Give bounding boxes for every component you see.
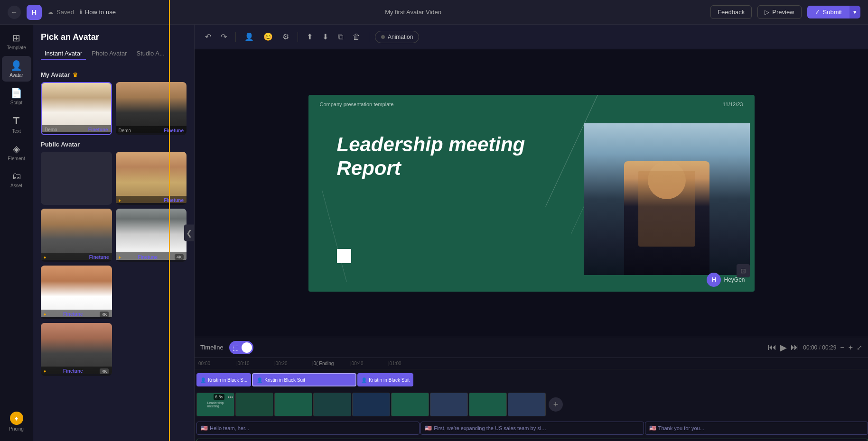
undo-button[interactable]: ↶ <box>202 29 214 44</box>
slide-header-text: Company presentation template <box>320 101 394 107</box>
avatar-segment-3[interactable]: 👤 Kristin in Black Suit <box>357 373 413 386</box>
slide-thumb-2[interactable] <box>235 393 273 416</box>
slide-white-square <box>337 249 351 263</box>
avatar-card-public-5[interactable]: ♦ Finetune 4K <box>41 266 112 319</box>
skip-forward-button[interactable]: ⏭ <box>791 342 799 352</box>
element-icon: ◈ <box>13 143 20 155</box>
slide-thumb-1[interactable]: Leadershipmeeting 6.8s ••• <box>196 393 234 416</box>
delete-button[interactable]: 🗑 <box>350 30 363 44</box>
avatar-badge-public-5: ♦ Finetune 4K <box>41 310 112 319</box>
crown-small-icon-3: ♦ <box>44 255 46 260</box>
heygen-logo: H <box>27 5 42 20</box>
slide-thumb-6[interactable] <box>391 393 429 416</box>
sidebar-item-element[interactable]: ◈ Element <box>2 139 31 165</box>
top-bar-left: ← H ☁ Saved ℹ How to use <box>8 5 116 20</box>
ruler-mark-5: |01:00 <box>388 361 426 366</box>
skip-back-button[interactable]: ⏮ <box>768 342 776 352</box>
avatar-badge-1: Demo Finetune <box>42 125 111 134</box>
avatar-panel-title: Pick an Avatar <box>41 32 187 42</box>
avatar-card-public-2[interactable]: ♦ Finetune <box>116 152 187 205</box>
preview-button[interactable]: ▷ Preview <box>757 5 801 19</box>
how-to-use-button[interactable]: ℹ How to use <box>80 9 116 16</box>
avatar-card-public-6[interactable]: ♦ Finetune 4K <box>41 323 112 376</box>
timeline-label: Timeline <box>200 344 224 351</box>
slide-canvas[interactable]: Company presentation template 11/12/23 L… <box>308 95 755 292</box>
audio-segment-1[interactable]: 🇺🇸 Hello team, her... <box>196 422 420 435</box>
flag-icon-2: 🇺🇸 <box>425 425 432 432</box>
my-avatar-grid: Demo Finetune Demo Finetune <box>41 82 187 135</box>
timeline-toggle[interactable]: ⬚ <box>229 341 253 354</box>
slide-thumb-7[interactable] <box>430 393 468 416</box>
top-bar: ← H ☁ Saved ℹ How to use My first Avatar… <box>0 0 868 25</box>
tab-studio-avatar[interactable]: Studio A... <box>132 48 168 60</box>
timeline-tracks[interactable]: 👤 Kristin in Black S... 👤 Kristin in Bla… <box>195 369 868 441</box>
slide-canvas-wrapper: Company presentation template 11/12/23 L… <box>308 95 755 292</box>
sidebar-item-asset[interactable]: 🗂 Asset <box>2 167 31 192</box>
zoom-in-button[interactable]: + <box>849 343 853 352</box>
avatar-card-2[interactable]: Demo Finetune <box>116 82 187 135</box>
canvas-zoom-button[interactable]: ⊡ <box>737 264 750 277</box>
avatar-card-public-1[interactable] <box>41 152 112 205</box>
sidebar-item-template[interactable]: ⊞ Template <box>2 28 31 54</box>
canvas-preview: Company presentation template 11/12/23 L… <box>195 49 868 337</box>
flag-icon-1: 🇺🇸 <box>201 425 208 432</box>
public-avatar-grid: ♦ Finetune ♦ Finetune <box>41 152 187 376</box>
slide-thumb-4[interactable] <box>313 393 351 416</box>
play-button[interactable]: ▶ <box>780 342 787 353</box>
slide-thumb-8[interactable] <box>469 393 507 416</box>
animation-button[interactable]: Animation <box>375 31 419 43</box>
diagonal-line-3 <box>322 190 347 282</box>
feedback-button[interactable]: Feedback <box>710 5 752 19</box>
emoji-toolbar-button[interactable]: 😊 <box>261 29 276 44</box>
zoom-out-button[interactable]: − <box>840 343 844 352</box>
layer-down-button[interactable]: ⬇ <box>319 29 331 44</box>
person-toolbar-button[interactable]: 👤 <box>242 29 257 44</box>
slide-thumb-3[interactable] <box>274 393 312 416</box>
settings-toolbar-button[interactable]: ⚙ <box>280 29 292 44</box>
copy-button[interactable]: ⧉ <box>335 30 346 44</box>
icon-sidebar: ⊞ Template 👤 Avatar 📄 Script T Text ◈ El… <box>0 25 33 441</box>
sidebar-item-pricing[interactable]: ♦ Pricing <box>2 408 31 435</box>
avatar-card-public-4[interactable]: ♦ Finetune 4K <box>116 209 187 262</box>
avatar-tabs: Instant Avatar Photo Avatar Studio A... <box>41 48 187 60</box>
info-icon: ℹ <box>80 9 82 16</box>
add-slide-button[interactable]: + <box>549 397 563 412</box>
avatar-card-public-3[interactable]: ♦ Finetune <box>41 209 112 262</box>
submit-group: ✓ Submit ▾ <box>807 6 860 18</box>
sidebar-item-text[interactable]: T Text <box>2 111 31 138</box>
crown-small-icon: ♦ <box>119 198 121 203</box>
tab-instant-avatar[interactable]: Instant Avatar <box>41 48 86 60</box>
submit-button[interactable]: ✓ Submit <box>807 6 849 18</box>
bgm-segment[interactable]: ♪ bgm - 10%.WAV <box>196 439 868 441</box>
sidebar-item-script[interactable]: 📄 Script <box>2 83 31 109</box>
avatar-card-1[interactable]: Demo Finetune <box>41 82 112 135</box>
project-title: My first Avatar Video <box>385 9 441 16</box>
sidebar-item-avatar[interactable]: 👤 Avatar <box>2 56 31 82</box>
ruler-mark-3: |0( Ending <box>312 361 350 366</box>
expand-timeline-button[interactable]: ⤢ <box>857 344 862 351</box>
slide-thumb-5[interactable] <box>352 393 390 416</box>
saved-badge: ☁ Saved <box>47 9 74 16</box>
chevron-left-icon: ❮ <box>186 229 192 237</box>
toolbar-divider-2 <box>298 32 298 42</box>
layer-up-icon: ⬆ <box>307 32 313 41</box>
top-bar-right: Feedback ▷ Preview ✓ Submit ▾ <box>710 5 860 19</box>
tab-photo-avatar[interactable]: Photo Avatar <box>88 48 131 60</box>
avatar-segment-1[interactable]: 👤 Kristin in Black S... <box>196 373 251 386</box>
audio-segment-3[interactable]: 🇺🇸 Thank you for you... <box>645 422 868 435</box>
avatar-scroll-area[interactable]: My Avatar ♛ Demo Finetune <box>33 65 194 441</box>
panel-collapse-button[interactable]: ❮ <box>184 225 194 241</box>
avatar-segment-2[interactable]: 👤 Kristin in Black Suit <box>252 373 356 386</box>
audio-segment-2[interactable]: 🇺🇸 First, we're expanding the US sales t… <box>420 422 644 435</box>
back-button[interactable]: ← <box>8 6 21 19</box>
copy-icon: ⧉ <box>338 33 343 41</box>
avatar-photo-bg <box>584 123 750 275</box>
avatar-panel-header: Pick an Avatar Instant Avatar Photo Avat… <box>33 25 194 65</box>
audio-track-content: 🇺🇸 Hello team, her... 🇺🇸 First, we're ex… <box>196 422 868 435</box>
slide-thumb-options[interactable]: ••• <box>227 394 233 400</box>
redo-button[interactable]: ↷ <box>218 29 230 44</box>
layer-up-button[interactable]: ⬆ <box>304 29 316 44</box>
submit-dropdown-button[interactable]: ▾ <box>849 6 860 18</box>
check-icon: ✓ <box>815 9 820 16</box>
slide-thumb-9[interactable] <box>508 393 546 416</box>
